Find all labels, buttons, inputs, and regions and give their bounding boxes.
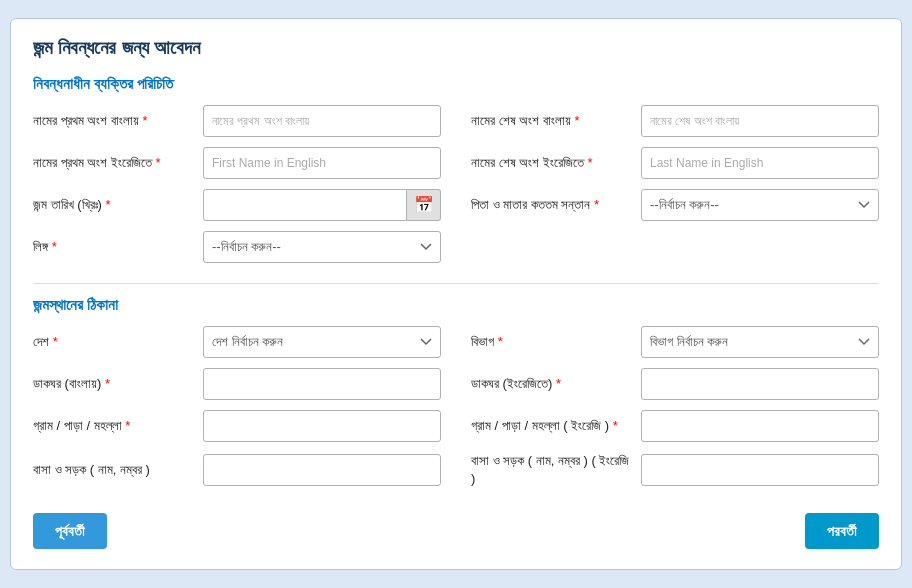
post-office-bangla-label: ডাকঘর (বাংলায়) * [33, 375, 203, 393]
village-bangla-input[interactable] [203, 410, 441, 442]
prev-button[interactable]: পূর্ববর্তী [33, 513, 107, 549]
house-bangla-row: বাসা ও সড়ক ( নাম, নম্বর ) [33, 452, 441, 487]
division-select[interactable]: বিভাগ নির্বাচন করুন [641, 326, 879, 358]
last-name-english-input[interactable] [641, 147, 879, 179]
village-bangla-row: গ্রাম / পাড়া / মহল্লা * [33, 410, 441, 442]
last-name-english-label: নামের শেষ অংশ ইংরেজিতে * [471, 154, 641, 172]
post-office-english-row: ডাকঘর (ইংরেজিতে) * [471, 368, 879, 400]
first-name-english-input[interactable] [203, 147, 441, 179]
post-office-bangla-input[interactable] [203, 368, 441, 400]
village-english-row: গ্রাম / পাড়া / মহল্লা ( ইংরেজি ) * [471, 410, 879, 442]
first-name-english-label: নামের প্রথম অংশ ইংরেজিতে * [33, 154, 203, 172]
first-name-bangla-row: নামের প্রথম অংশ বাংলায় * [33, 105, 441, 137]
last-name-bangla-row: নামের শেষ অংশ বাংলায় * [471, 105, 879, 137]
house-english-input[interactable] [641, 454, 879, 486]
village-bangla-label: গ্রাম / পাড়া / মহল্লা * [33, 417, 203, 435]
first-name-bangla-label: নামের প্রথম অংশ বাংলায় * [33, 112, 203, 130]
division-label: বিভাগ * [471, 333, 641, 351]
village-english-label: গ্রাম / পাড়া / মহল্লা ( ইংরেজি ) * [471, 417, 641, 435]
section-divider [33, 283, 879, 284]
calendar-button[interactable]: 📅 [407, 189, 441, 221]
footer-buttons: পূর্ববর্তী পরবর্তী [33, 513, 879, 549]
dob-input[interactable] [203, 189, 407, 221]
last-name-english-row: নামের শেষ অংশ ইংরেজিতে * [471, 147, 879, 179]
page-title: জন্ম নিবন্ধনের জন্য আবেদন [33, 37, 879, 65]
form-container: জন্ম নিবন্ধনের জন্য আবেদন নিবন্ধনাধীন ব্… [10, 18, 902, 570]
division-row: বিভাগ * বিভাগ নির্বাচন করুন [471, 326, 879, 358]
next-button[interactable]: পরবর্তী [805, 513, 879, 549]
post-office-bangla-row: ডাকঘর (বাংলায়) * [33, 368, 441, 400]
last-name-bangla-input[interactable] [641, 105, 879, 137]
child-number-label: পিতা ও মাতার কততম সন্তান * [471, 196, 641, 214]
house-bangla-input[interactable] [203, 454, 441, 486]
gender-row: লিঙ্গ * --নির্বাচন করুন-- [33, 231, 441, 263]
dob-label: জন্ম তারিখ (খ্রিঃ) * [33, 196, 203, 214]
first-name-english-row: নামের প্রথম অংশ ইংরেজিতে * [33, 147, 441, 179]
house-english-label: বাসা ও সড়ক ( নাম, নম্বর ) ( ইংরেজি ) [471, 452, 641, 487]
gender-label: লিঙ্গ * [33, 238, 203, 256]
country-select[interactable]: দেশ নির্বাচন করুন [203, 326, 441, 358]
last-name-bangla-label: নামের শেষ অংশ বাংলায় * [471, 112, 641, 130]
village-english-input[interactable] [641, 410, 879, 442]
country-label: দেশ * [33, 333, 203, 351]
first-name-bangla-input[interactable] [203, 105, 441, 137]
country-row: দেশ * দেশ নির্বাচন করুন [33, 326, 441, 358]
child-number-select[interactable]: --নির্বাচন করুন-- [641, 189, 879, 221]
section2-title: জন্মস্থানের ঠিকানা [33, 296, 879, 314]
gender-select[interactable]: --নির্বাচন করুন-- [203, 231, 441, 263]
child-number-row: পিতা ও মাতার কততম সন্তান * --নির্বাচন কর… [471, 189, 879, 221]
house-bangla-label: বাসা ও সড়ক ( নাম, নম্বর ) [33, 461, 203, 479]
post-office-english-label: ডাকঘর (ইংরেজিতে) * [471, 375, 641, 393]
section1-title: নিবন্ধনাধীন ব্যক্তির পরিচিতি [33, 75, 879, 93]
dob-row: জন্ম তারিখ (খ্রিঃ) * 📅 [33, 189, 441, 221]
post-office-english-input[interactable] [641, 368, 879, 400]
dob-wrapper: 📅 [203, 189, 441, 221]
house-english-row: বাসা ও সড়ক ( নাম, নম্বর ) ( ইংরেজি ) [471, 452, 879, 487]
